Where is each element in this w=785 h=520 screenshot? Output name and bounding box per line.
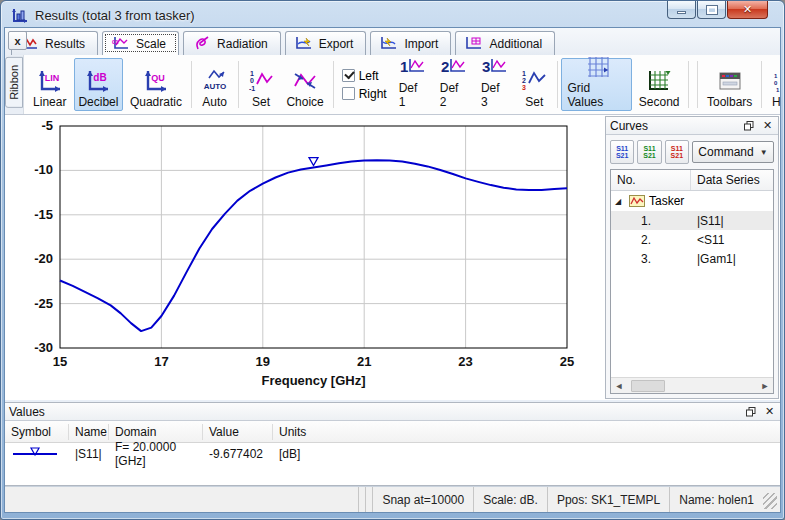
ribbon-row: Ribbon LIN Linear dB <box>5 55 780 115</box>
ribbon-side-tab[interactable]: Ribbon <box>5 57 23 108</box>
column-value[interactable]: Value <box>203 424 273 440</box>
resize-grip[interactable] <box>763 493 777 509</box>
scroll-left-icon[interactable]: ◄ <box>611 378 627 394</box>
grid-values-button[interactable]: Grid Values <box>561 58 631 111</box>
x-tick-label: 15 <box>53 354 67 369</box>
title-bar[interactable]: Results (total 3 from tasker) ✕ <box>4 1 781 27</box>
def1-button[interactable]: 1 Def 1 <box>393 58 432 111</box>
second-button[interactable]: Second <box>634 58 684 111</box>
quadratic-button[interactable]: QU Quadratic <box>125 58 186 111</box>
curves-panel: Curves ✕ S11 S21 <box>605 116 779 399</box>
svg-text:0: 0 <box>250 77 254 84</box>
enable-s-params-button[interactable]: S11 S21 <box>637 140 661 164</box>
svg-text:dB: dB <box>94 72 107 83</box>
float-icon <box>744 121 754 131</box>
tab-import[interactable]: Import <box>370 31 451 55</box>
close-panel-button[interactable]: ✕ <box>763 405 776 418</box>
marker-triangle-icon <box>309 158 318 166</box>
svg-text:1: 1 <box>776 87 780 93</box>
x-axis-label: Frequency [GHz] <box>261 373 365 388</box>
tree-expander-icon[interactable]: ◢ <box>615 197 625 206</box>
def3-button[interactable]: 3 Def 3 <box>475 58 514 111</box>
additional-tab-icon <box>464 36 483 51</box>
ribbon-close-button[interactable]: x <box>8 31 27 50</box>
column-domain[interactable]: Domain <box>109 424 203 440</box>
float-icon <box>746 407 756 417</box>
minimize-icon <box>677 11 686 14</box>
disable-s-params-button[interactable]: S11 S21 <box>665 140 689 164</box>
y-tick-label: -25 <box>34 296 53 311</box>
status-scale: Scale: dB. <box>473 487 547 512</box>
chart-app-icon <box>12 8 29 23</box>
client-area: x Results 01 Scale Rad <box>4 27 781 513</box>
scale-tab-icon: 01 <box>111 36 130 51</box>
svg-text:2: 2 <box>441 58 449 75</box>
quadratic-icon: QU <box>143 68 169 94</box>
tasker-group-icon <box>629 195 645 207</box>
tab-additional[interactable]: Additional <box>455 31 555 55</box>
toolbars-icon <box>717 68 743 94</box>
curve-row-s11[interactable]: 1. |S11| <box>611 211 773 230</box>
help-button[interactable]: ? 1 0 1 Help <box>766 58 781 111</box>
decibel-button[interactable]: dB Decibel <box>74 58 124 111</box>
minimize-button[interactable] <box>667 1 696 19</box>
values-panel-title: Values <box>9 405 45 419</box>
values-row-s11[interactable]: |S11| F= 20.0000 [GHz] -9.677402 [dB] <box>5 443 780 464</box>
def2-button[interactable]: 2 Def 2 <box>434 58 473 111</box>
auto-button[interactable]: AUTO Auto <box>195 58 233 111</box>
x-tick-label: 17 <box>154 354 168 369</box>
values-panel-titlebar[interactable]: Values ✕ <box>5 403 780 421</box>
results-window: Results (total 3 from tasker) ✕ x Result… <box>0 0 785 520</box>
svg-text:1: 1 <box>522 70 526 77</box>
status-name: Name: holen1 <box>669 487 763 512</box>
right-checkbox-box[interactable] <box>342 87 355 100</box>
y-tick-label: -30 <box>34 340 53 355</box>
x-tick-label: 23 <box>458 354 472 369</box>
svg-text:01: 01 <box>112 39 119 45</box>
curve-row-gam1[interactable]: 3. |Gam1| <box>611 249 773 268</box>
column-units[interactable]: Units <box>273 424 780 440</box>
linear-button[interactable]: LIN Linear <box>28 58 72 111</box>
tab-label: Additional <box>489 37 542 51</box>
close-icon: ✕ <box>743 3 752 16</box>
right-checkbox[interactable]: Right <box>342 87 387 101</box>
curve-row-angle-s11[interactable]: 2. <S11 <box>611 230 773 249</box>
choice-button[interactable]: Choice <box>281 58 328 111</box>
chart-area[interactable]: 151719212325-5-10-15-20-25-30Frequency [… <box>29 115 602 400</box>
column-data-series[interactable]: Data Series <box>691 170 766 190</box>
left-checkbox[interactable]: Left <box>342 69 387 83</box>
curves-table-header: No. Data Series <box>611 170 773 191</box>
set-button[interactable]: 1 0 -1 Set <box>243 58 280 111</box>
tree-group-tasker[interactable]: ◢ Tasker <box>611 191 773 211</box>
svg-text:0: 0 <box>774 80 778 86</box>
close-button[interactable]: ✕ <box>727 1 768 19</box>
tab-export[interactable]: Export <box>285 31 367 55</box>
auto-icon: AUTO <box>201 68 229 94</box>
scrollbar-thumb[interactable] <box>631 380 665 392</box>
plot-s-params-button[interactable]: S11 S21 <box>610 140 634 164</box>
tab-radiation[interactable]: Radiation <box>183 31 281 55</box>
second-icon <box>646 68 672 94</box>
left-checkbox-box[interactable] <box>342 69 355 82</box>
maximize-button[interactable] <box>697 1 726 19</box>
curves-panel-titlebar[interactable]: Curves ✕ <box>606 117 778 135</box>
float-panel-button[interactable] <box>742 119 755 132</box>
close-panel-button[interactable]: ✕ <box>761 119 774 132</box>
column-symbol[interactable]: Symbol <box>5 424 69 440</box>
def3-icon: 3 <box>480 55 508 81</box>
float-panel-button[interactable] <box>744 405 757 418</box>
svg-text:1: 1 <box>774 73 778 79</box>
curves-toolbar: S11 S21 S11 S21 S11 S21 Command ▼ <box>606 135 778 169</box>
command-dropdown[interactable]: Command ▼ <box>692 141 774 163</box>
set-def-button[interactable]: 1 2 3 Set <box>516 58 553 111</box>
curves-panel-title: Curves <box>610 119 648 133</box>
tab-scale[interactable]: 01 Scale <box>102 31 179 55</box>
curves-horizontal-scrollbar[interactable]: ◄ ► <box>611 377 773 393</box>
ribbon-tabs: x Results 01 Scale Rad <box>5 28 780 55</box>
set-def-icon: 1 2 3 <box>521 68 547 94</box>
toolbars-button[interactable]: Toolbars <box>702 58 757 111</box>
column-name[interactable]: Name <box>69 424 109 440</box>
column-no[interactable]: No. <box>611 170 691 190</box>
curve-symbol-icon <box>11 446 59 458</box>
scroll-right-icon[interactable]: ► <box>757 378 773 394</box>
